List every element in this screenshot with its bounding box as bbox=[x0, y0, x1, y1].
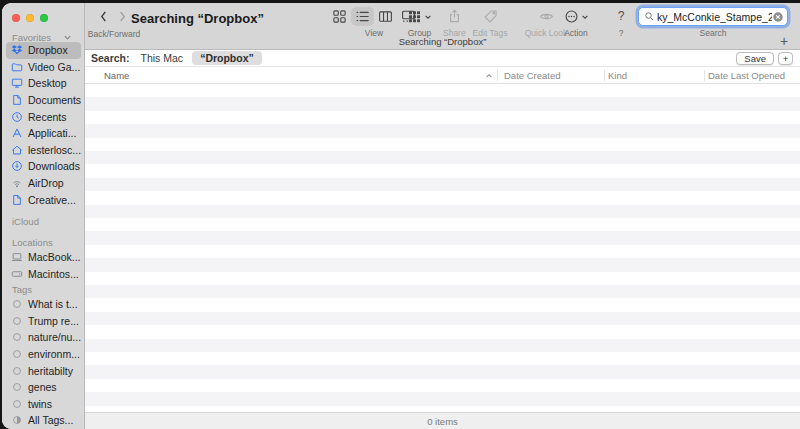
sidebar-tag-nature-nu[interactable]: nature/nu... bbox=[6, 329, 81, 346]
search-input[interactable] bbox=[657, 11, 772, 23]
toolbar: Back/Forward Searching “Dropbox” View Gr… bbox=[85, 3, 800, 50]
dropbox-icon bbox=[11, 44, 23, 56]
action-button[interactable]: Action bbox=[553, 7, 599, 38]
minimize-button[interactable] bbox=[26, 14, 34, 22]
column-divider[interactable] bbox=[497, 70, 498, 81]
sidebar-item-label: Macintos... bbox=[28, 268, 79, 280]
list-view-icon bbox=[355, 9, 370, 24]
sidebar-item-documents[interactable]: Documents bbox=[6, 92, 81, 109]
sidebar-item-macintosh-hd[interactable]: Macintos... bbox=[6, 266, 81, 283]
main-area: Back/Forward Searching “Dropbox” View Gr… bbox=[85, 3, 800, 429]
chevron-down-icon bbox=[581, 13, 589, 21]
sidebar-item-airdrop[interactable]: AirDrop bbox=[6, 175, 81, 192]
sidebar-item-recents[interactable]: Recents bbox=[6, 108, 81, 125]
search-results-list[interactable] bbox=[85, 84, 800, 412]
sidebar-item-label: What is t... bbox=[28, 298, 78, 310]
sidebar-item-label: Documents bbox=[28, 94, 81, 106]
sidebar-item-label: MacBook... bbox=[28, 251, 81, 263]
column-view-icon bbox=[378, 9, 393, 24]
all-tags-icon bbox=[11, 414, 23, 426]
desktop-icon bbox=[11, 77, 23, 89]
sidebar-item-label: Desktop bbox=[28, 77, 67, 89]
group-button[interactable]: Group bbox=[407, 7, 432, 38]
search-cluster: Search bbox=[638, 7, 788, 38]
sidebar-tag-twins[interactable]: twins bbox=[6, 396, 81, 413]
clear-search-icon[interactable] bbox=[772, 11, 784, 23]
document-icon bbox=[11, 94, 23, 106]
document-icon bbox=[11, 194, 23, 206]
search-field[interactable] bbox=[638, 7, 788, 26]
help-button[interactable]: ? ? bbox=[613, 7, 629, 38]
help-icon: ? bbox=[618, 8, 625, 25]
share-icon bbox=[447, 9, 462, 24]
save-search-button[interactable]: Save bbox=[736, 52, 774, 65]
sidebar: Favorites Dropbox Video Ga... Desktop Do… bbox=[2, 3, 85, 429]
sidebar-tag-environm[interactable]: environm... bbox=[6, 346, 81, 363]
clock-icon bbox=[11, 111, 23, 123]
sidebar-section-tags[interactable]: Tags bbox=[12, 283, 80, 296]
sidebar-item-label: Dropbox bbox=[28, 44, 68, 56]
add-criteria-button[interactable]: + bbox=[778, 52, 793, 65]
scope-this-mac[interactable]: This Mac bbox=[141, 52, 184, 64]
sidebar-item-downloads[interactable]: Downloads bbox=[6, 158, 81, 175]
sidebar-tag-what-is-t[interactable]: What is t... bbox=[6, 296, 81, 313]
sort-ascending-icon[interactable] bbox=[485, 72, 493, 80]
sidebar-item-all-tags[interactable]: All Tags... bbox=[6, 412, 81, 429]
sidebar-item-label: Recents bbox=[28, 111, 67, 123]
section-label: Tags bbox=[12, 284, 32, 295]
list-view-button[interactable] bbox=[351, 7, 374, 26]
sidebar-item-dropbox[interactable]: Dropbox bbox=[6, 42, 81, 59]
sidebar-tag-trump-re[interactable]: Trump re... bbox=[6, 313, 81, 330]
section-label: Locations bbox=[12, 237, 53, 248]
sidebar-section-icloud[interactable]: iCloud bbox=[12, 215, 80, 228]
edit-tags-button[interactable]: Edit Tags bbox=[468, 7, 512, 38]
locations-list: MacBook... Macintos... bbox=[6, 249, 81, 282]
column-header-kind[interactable]: Kind bbox=[608, 70, 627, 81]
back-button[interactable] bbox=[95, 9, 111, 24]
column-divider[interactable] bbox=[604, 70, 605, 81]
toolbar-subtitle: Searching “Dropbox” bbox=[85, 36, 800, 47]
sidebar-item-label: Creative... bbox=[28, 194, 76, 206]
airdrop-icon bbox=[11, 177, 23, 189]
close-button[interactable] bbox=[12, 14, 20, 22]
share-button[interactable]: Share bbox=[443, 7, 466, 38]
column-header-row: Name Date Created Kind Date Last Opened bbox=[85, 67, 800, 84]
sidebar-item-video-games[interactable]: Video Ga... bbox=[6, 59, 81, 76]
chevron-down-icon bbox=[424, 13, 432, 21]
sidebar-item-applications[interactable]: Applicati... bbox=[6, 125, 81, 142]
column-header-date-created[interactable]: Date Created bbox=[504, 70, 561, 81]
icon-view-button[interactable] bbox=[328, 7, 351, 26]
sidebar-item-macbook[interactable]: MacBook... bbox=[6, 249, 81, 266]
window-title: Searching “Dropbox” bbox=[131, 11, 264, 26]
hard-drive-icon bbox=[11, 268, 23, 280]
search-scope-bar: Search: This Mac “Dropbox” Save + bbox=[85, 50, 800, 67]
sidebar-item-creative[interactable]: Creative... bbox=[6, 191, 81, 208]
sidebar-item-desktop[interactable]: Desktop bbox=[6, 75, 81, 92]
sidebar-section-locations[interactable]: Locations bbox=[12, 236, 80, 249]
item-count: 0 items bbox=[427, 416, 458, 427]
chevron-right-icon bbox=[118, 10, 127, 23]
status-bar: 0 items bbox=[85, 412, 800, 429]
tag-circle-icon bbox=[11, 298, 23, 310]
column-view-button[interactable] bbox=[374, 7, 397, 26]
forward-button[interactable] bbox=[114, 9, 130, 24]
new-tab-button[interactable]: + bbox=[776, 33, 792, 49]
column-header-date-last-opened[interactable]: Date Last Opened bbox=[708, 70, 785, 81]
tag-circle-icon bbox=[11, 381, 23, 393]
finder-window: Favorites Dropbox Video Ga... Desktop Do… bbox=[2, 3, 800, 429]
scope-dropbox-selected[interactable]: “Dropbox” bbox=[192, 51, 262, 65]
sidebar-item-home[interactable]: lesterlosc... bbox=[6, 142, 81, 159]
group-icon bbox=[407, 9, 422, 24]
sidebar-item-label: genes bbox=[28, 381, 57, 393]
column-header-name[interactable]: Name bbox=[104, 70, 129, 81]
chevron-down-icon[interactable] bbox=[63, 33, 72, 42]
sidebar-tag-heritability[interactable]: heritabilty bbox=[6, 362, 81, 379]
sidebar-item-label: Downloads bbox=[28, 160, 80, 172]
column-divider[interactable] bbox=[704, 70, 705, 81]
traffic-lights bbox=[12, 14, 48, 22]
zoom-button[interactable] bbox=[40, 14, 48, 22]
tag-circle-icon bbox=[11, 365, 23, 377]
sidebar-item-label: Trump re... bbox=[28, 315, 79, 327]
sidebar-item-label: AirDrop bbox=[28, 177, 64, 189]
sidebar-tag-genes[interactable]: genes bbox=[6, 379, 81, 396]
